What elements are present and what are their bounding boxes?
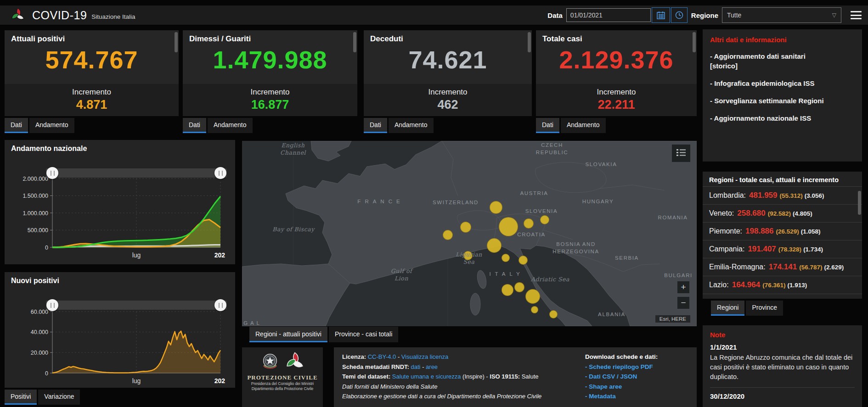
stat-card-title: Totale casi [536, 30, 697, 44]
tab-dati[interactable]: Dati [536, 118, 559, 133]
stat-card-group-2: Deceduti74.621Incremento462DatiAndamento [364, 30, 532, 133]
increment-label: Incremento [364, 84, 532, 97]
map-label-u-g-a-l: U G A L [242, 320, 260, 326]
tab-positivi[interactable]: Positivi [5, 390, 37, 405]
region-bubble[interactable] [499, 217, 518, 236]
tab-province[interactable]: Province [746, 301, 783, 316]
zoom-out-button[interactable]: − [677, 297, 689, 309]
license-link[interactable]: Salute umana e sicurezza [392, 373, 461, 380]
tab-andamento[interactable]: Andamento [208, 118, 253, 133]
card-scrollbar[interactable] [693, 32, 696, 52]
download-link[interactable]: - Shape aree [585, 382, 658, 392]
app-subtitle: Situazione Italia [91, 13, 135, 20]
license-line: Licenza: CC-BY-4.0 - Visualizza licenza [342, 352, 541, 362]
region-row[interactable]: Piemonte:198.886(26.529)(1.058) [703, 222, 862, 240]
download-link[interactable]: - Dati CSV / JSON [585, 372, 658, 382]
tab-dati[interactable]: Dati [5, 118, 28, 133]
svg-text:500.000: 500.000 [28, 227, 48, 234]
andamento-nazionale-plot: 2.000.0001.500.0001.000.000500.0000lug20… [5, 140, 235, 264]
region-row[interactable]: Toscana:120.917(8.893)(753) [703, 294, 862, 299]
region-bubble[interactable] [549, 310, 558, 318]
region-bubble[interactable] [514, 282, 524, 292]
altri-dati-link[interactable]: - Infografica epidemiologica ISS [710, 78, 855, 88]
altri-dati-link[interactable]: - Aggiornamento dati sanitari [storico] [710, 51, 855, 71]
region-name: Emilia-Romagna: [709, 263, 766, 271]
region-row[interactable]: Campania:191.407(78.328)(1.734) [703, 240, 862, 258]
stat-card-title: Dimessi / Guariti [183, 30, 357, 44]
tab-andamento[interactable]: Andamento [389, 118, 434, 133]
range-slider-handle-right[interactable] [214, 299, 226, 311]
download-link[interactable]: - Schede riepilogo PDF [585, 362, 658, 372]
increment-label: Incremento [536, 84, 697, 97]
range-slider-handle-right[interactable] [214, 167, 226, 179]
region-bubble[interactable] [490, 201, 502, 214]
license-link[interactable]: aree [426, 363, 438, 370]
region-current-positives: (92.582) [768, 210, 791, 217]
region-row[interactable]: Emilia-Romagna:174.141(56.787)(2.629) [703, 258, 862, 276]
region-bubble[interactable] [502, 254, 510, 262]
download-link[interactable]: - Metadata [585, 391, 658, 401]
slider-grip-icon [51, 303, 55, 308]
region-row[interactable]: Lombardia:481.959(55.312)(3.056) [703, 186, 862, 204]
map-label-bulgari: BULGARI [664, 272, 693, 279]
chart-title: Nuovi positivi [11, 277, 59, 285]
tab-regioni[interactable]: Regioni [711, 301, 744, 316]
svg-text:20.000: 20.000 [31, 350, 48, 356]
map-label-bosnia-and: BOSNIA AND HERZEGOVINA [552, 241, 599, 255]
region-bubble[interactable] [502, 284, 513, 296]
card-scrollbar[interactable] [528, 32, 531, 52]
region-row[interactable]: Veneto:258.680(92.582)(4.805) [703, 204, 862, 222]
region-bubble[interactable] [540, 215, 549, 224]
tab-andamento[interactable]: Andamento [29, 118, 74, 133]
license-line: Elaborazione e gestione dati a cura del … [342, 391, 541, 401]
repubblica-italiana-emblem-icon [260, 351, 280, 372]
covid-dashboard: COVID-19 Situazione Italia Data [0, 0, 868, 407]
region-row[interactable]: Lazio:164.964(76.361)(1.913) [703, 276, 862, 294]
map-label-croatia: CROATIA [517, 231, 545, 239]
region-bubble[interactable] [525, 289, 540, 304]
range-slider-handle-left[interactable] [46, 299, 58, 311]
tab-province-casi-totali[interactable]: Province - casi totali [329, 327, 398, 342]
map-label-albania: ALBANIA [598, 311, 626, 318]
slider-grip-icon [219, 303, 223, 308]
region-bubble[interactable] [487, 238, 502, 253]
region-bubble[interactable] [524, 218, 534, 229]
tab-andamento[interactable]: Andamento [561, 118, 606, 133]
date-input[interactable] [566, 8, 651, 22]
license-link[interactable]: Visualizza licenza [401, 353, 448, 360]
zoom-in-button[interactable]: + [677, 281, 689, 293]
stat-card-group-0: Attuali positivi574.767Incremento4.871Da… [5, 30, 179, 133]
region-bubble[interactable] [443, 230, 453, 240]
license-link[interactable]: dati [411, 363, 421, 370]
altri-dati-link[interactable]: - Aggiornamento nazionale ISS [710, 113, 855, 123]
svg-text:60.000: 60.000 [31, 309, 48, 315]
stat-card-title: Deceduti [364, 30, 532, 44]
legend-button[interactable] [672, 145, 690, 162]
calendar-button[interactable] [652, 7, 670, 23]
map-attribution: Esri, HERE [655, 315, 690, 323]
download-title: Download schede e dati: [585, 352, 658, 362]
tab-dati[interactable]: Dati [364, 118, 387, 133]
region-select[interactable]: Tutte ▽ [722, 7, 841, 23]
range-slider-track[interactable] [46, 168, 227, 178]
card-scrollbar[interactable] [353, 32, 356, 52]
region-name: Lombardia: [709, 191, 746, 200]
license-link[interactable]: CC-BY-4.0 [368, 353, 396, 360]
italy-map[interactable]: English ChannelCZECH REPUBLICSLOVAKIAAUS… [242, 141, 697, 326]
tab-variazione[interactable]: Variazione [38, 390, 80, 405]
tab-regioni-attuali-positivi[interactable]: Regioni - attuali positivi [249, 327, 327, 342]
region-bubble[interactable] [460, 222, 471, 233]
region-increment: (1.058) [801, 228, 821, 235]
region-increment: (4.805) [793, 210, 812, 217]
regioni-scrollbar[interactable] [858, 191, 861, 215]
time-button[interactable] [671, 7, 688, 23]
region-bubble[interactable] [519, 256, 528, 265]
card-scrollbar[interactable] [175, 32, 178, 52]
tab-dati[interactable]: Dati [183, 118, 206, 133]
menu-icon[interactable] [851, 11, 862, 19]
altri-dati-link[interactable]: - Sorveglianza settimanale Regioni [710, 96, 855, 106]
range-slider-handle-left[interactable] [46, 167, 58, 179]
range-slider-track[interactable] [46, 301, 227, 310]
increment-label: Incremento [183, 84, 357, 97]
region-bubble[interactable] [531, 306, 538, 313]
